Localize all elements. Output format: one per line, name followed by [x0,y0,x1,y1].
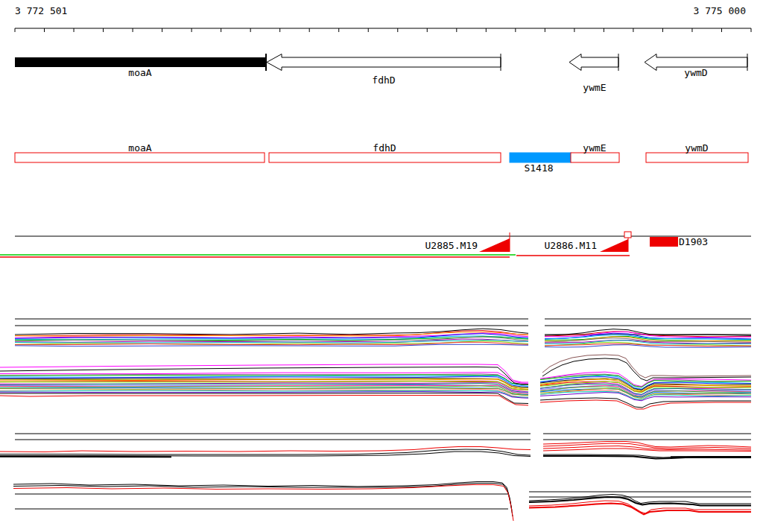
profile-panel-4-line [13,485,513,522]
segment-cap[interactable] [624,232,631,238]
region-box-fdhD[interactable] [269,153,501,162]
region-box-moaA[interactable] [15,153,265,162]
gene-arrow-ywmD[interactable] [645,54,747,71]
profile-panel-3-line [0,447,531,452]
profile-panel-1-band-line [15,332,528,336]
profile-panel-2-band-line [0,390,528,397]
segment-box[interactable] [650,237,678,247]
region-box-S1418[interactable] [510,153,571,162]
gene-arrow-fdhD[interactable] [267,54,501,71]
segment-ramp[interactable] [600,239,628,252]
genome-browser: 3 772 5013 775 000moaAfdhDywmEywmDmoaAfd… [0,0,763,532]
profile-panel-2-band-line [0,391,528,398]
segment-ramp[interactable] [479,238,510,252]
gene-box-moaA[interactable] [15,57,265,67]
profile-panel-4-line [529,495,751,504]
region-box-ywmE[interactable] [571,153,619,162]
profile-panel-2-line [540,400,751,409]
profile-panel-3-line [0,449,531,455]
profile-panel-2-line [0,393,528,404]
gene-arrow-ywmE[interactable] [569,54,618,71]
profile-panel-2-line [0,396,528,406]
genome-canvas [0,0,763,532]
region-box-ywmD[interactable] [646,153,748,162]
